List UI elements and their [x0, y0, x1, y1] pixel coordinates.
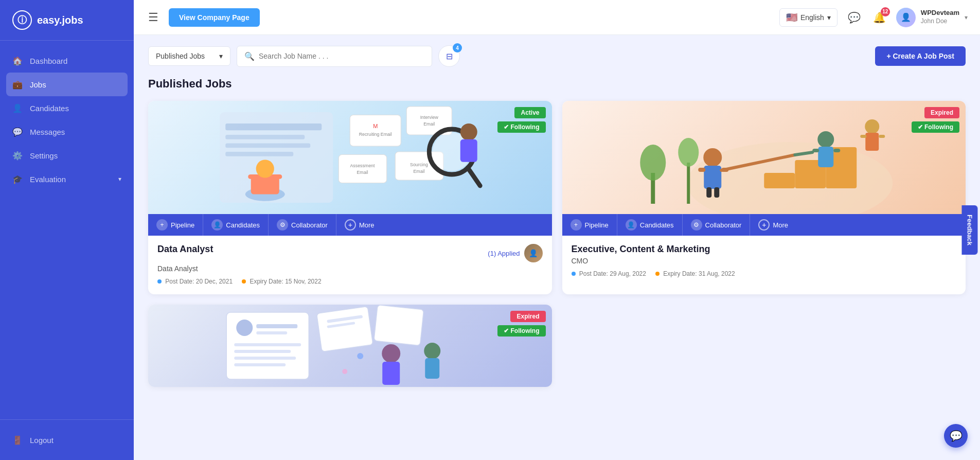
svg-rect-8: [248, 174, 257, 179]
sidebar-item-label: Evaluation: [30, 175, 66, 184]
svg-text:Assessment: Assessment: [350, 163, 375, 168]
svg-rect-66: [425, 358, 439, 379]
filter-button[interactable]: ⊟ 4: [438, 45, 460, 67]
card-badges: Active ✔ Following: [497, 107, 545, 133]
job-card: Expired ✔ Following: [148, 305, 552, 387]
user-company: WPDevteam: [921, 9, 959, 17]
svg-text:Sourcing: Sourcing: [410, 162, 428, 167]
view-company-button[interactable]: View Company Page: [169, 8, 260, 27]
notifications-button[interactable]: 🔔 12: [871, 9, 888, 26]
more-button[interactable]: + More: [750, 214, 796, 236]
collaborator-button[interactable]: ⚙ Collaborator: [683, 214, 751, 236]
svg-point-35: [703, 148, 722, 167]
logout-icon: 🚪: [12, 435, 23, 445]
svg-point-52: [236, 320, 253, 336]
candidates-label: Candidates: [226, 221, 260, 229]
logo-text: easy.jobs: [37, 14, 83, 26]
following-badge[interactable]: ✔ Following: [912, 121, 959, 133]
candidates-icon: 👤: [626, 219, 637, 231]
job-card-body: Data Analyst (1) Applied 👤 Data Analyst …: [148, 236, 552, 294]
sidebar-item-label: Candidates: [30, 104, 69, 113]
user-name-block: WPDevteam John Doe: [921, 9, 959, 25]
header: ☰ View Company Page 🇺🇸 English ▾ 💬 🔔 12 …: [134, 0, 980, 35]
svg-rect-62: [374, 305, 424, 345]
sidebar-item-messages[interactable]: 💬 Messages: [0, 120, 134, 144]
svg-rect-16: [338, 155, 387, 183]
sidebar-logo: ⓘ easy.jobs: [0, 0, 134, 41]
search-input[interactable]: [259, 52, 424, 60]
sidebar-item-evaluation[interactable]: 🎓 Evaluation ▾: [0, 167, 134, 191]
create-job-button[interactable]: + Create A Job Post: [875, 46, 966, 66]
settings-icon: ⚙️: [12, 150, 23, 161]
job-card: Expired ✔ Following + Pipeline 👤 Candida…: [562, 101, 966, 294]
more-button[interactable]: + More: [336, 214, 383, 236]
job-card-image: Expired ✔ Following: [562, 101, 966, 214]
job-card-actions: + Pipeline 👤 Candidates ⚙ Collaborator +…: [562, 214, 966, 236]
expiry-date: Expiry Date: 15 Nov, 2022: [242, 278, 322, 285]
language-selector[interactable]: 🇺🇸 English ▾: [779, 8, 838, 27]
jobs-grid: M Recruiting Email Interview Email Asses…: [148, 101, 966, 387]
messages-button[interactable]: 💬: [846, 9, 863, 26]
search-icon: 🔍: [244, 51, 255, 61]
more-icon: +: [345, 219, 356, 231]
candidates-label: Candidates: [640, 221, 674, 229]
sidebar-item-dashboard[interactable]: 🏠 Dashboard: [0, 49, 134, 73]
home-icon: 🏠: [12, 56, 23, 66]
search-box: 🔍: [237, 46, 432, 67]
logout-label: Logout: [30, 436, 54, 445]
messages-icon: 💬: [12, 127, 23, 137]
status-badge: Expired: [510, 311, 545, 322]
feedback-tab[interactable]: Feedback: [962, 205, 978, 255]
job-title-row: Data Analyst (1) Applied 👤: [157, 244, 543, 262]
sidebar-item-jobs[interactable]: 💼 Jobs: [6, 73, 128, 96]
sidebar-item-label: Dashboard: [30, 57, 67, 65]
pipeline-button[interactable]: + Pipeline: [148, 214, 203, 236]
user-menu[interactable]: 👤 WPDevteam John Doe ▾: [896, 8, 968, 27]
card-badges: Expired ✔ Following: [497, 311, 545, 337]
content-area: Published Jobs ▾ 🔍 ⊟ 4 + Create A Job Po…: [134, 35, 980, 460]
hamburger-button[interactable]: ☰: [146, 9, 161, 26]
svg-rect-57: [234, 357, 296, 360]
svg-line-24: [468, 168, 480, 186]
job-category: CMO: [572, 257, 957, 265]
svg-point-65: [424, 343, 440, 359]
job-card-body: Executive, Content & Marketing CMO Post …: [562, 236, 966, 287]
job-card-image: M Recruiting Email Interview Email Asses…: [148, 101, 552, 214]
job-title: Executive, Content & Marketing: [572, 244, 710, 255]
dot-icon: [572, 272, 576, 276]
svg-rect-56: [234, 350, 291, 353]
svg-point-68: [342, 369, 347, 374]
chat-icon: 💬: [950, 430, 963, 442]
dot-icon: [655, 272, 660, 276]
filter-label: Published Jobs: [156, 52, 205, 60]
svg-rect-58: [234, 363, 286, 366]
svg-point-31: [678, 138, 699, 167]
chevron-down-icon: ▾: [118, 175, 121, 183]
post-date: Post Date: 29 Aug, 2022: [572, 270, 646, 277]
following-badge[interactable]: ✔ Following: [497, 121, 545, 133]
status-badge: Expired: [924, 107, 959, 118]
logout-button[interactable]: 🚪 Logout: [0, 428, 134, 452]
candidates-button[interactable]: 👤 Candidates: [617, 214, 683, 236]
more-label: More: [773, 221, 788, 229]
svg-rect-44: [833, 149, 840, 152]
language-label: English: [800, 13, 824, 22]
following-badge[interactable]: ✔ Following: [497, 325, 545, 337]
svg-point-25: [460, 123, 477, 140]
candidates-button[interactable]: 👤 Candidates: [203, 214, 269, 236]
svg-rect-37: [698, 168, 705, 172]
dot-icon: [242, 279, 246, 284]
pipeline-label: Pipeline: [585, 221, 609, 229]
sidebar-item-candidates[interactable]: 👤 Candidates: [0, 96, 134, 120]
filter-dropdown[interactable]: Published Jobs ▾: [148, 46, 230, 66]
pipeline-button[interactable]: + Pipeline: [562, 214, 617, 236]
applied-badge: (1) Applied: [488, 250, 520, 257]
dot-icon: [157, 279, 162, 284]
sidebar-item-settings[interactable]: ⚙️ Settings: [0, 144, 134, 167]
toolbar: Published Jobs ▾ 🔍 ⊟ 4 + Create A Job Po…: [148, 45, 966, 67]
chat-bubble[interactable]: 💬: [944, 424, 968, 448]
collaborator-label: Collaborator: [705, 221, 742, 229]
svg-point-63: [382, 344, 400, 363]
collaborator-button[interactable]: ⚙ Collaborator: [269, 214, 336, 236]
card-badges: Expired ✔ Following: [912, 107, 959, 133]
